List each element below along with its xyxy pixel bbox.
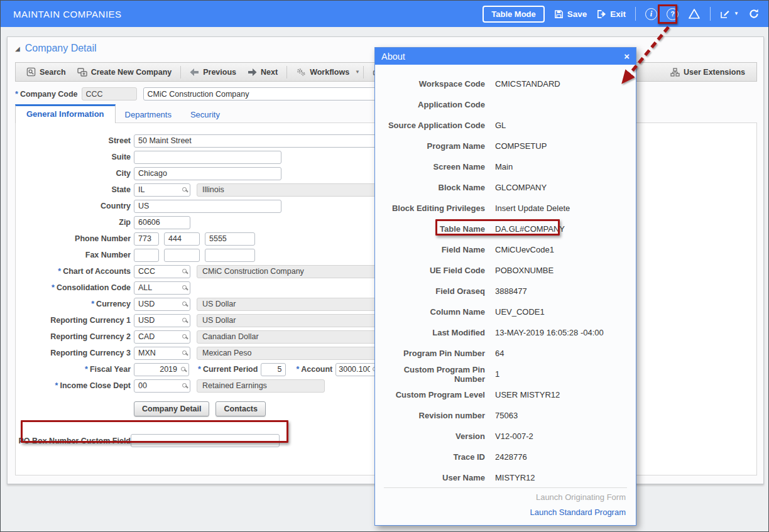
section-header: ◢ Company Detail: [15, 43, 97, 54]
user-extensions-button[interactable]: User Extensions: [665, 68, 751, 77]
about-row: Program Name COMPSETUP: [375, 136, 636, 156]
about-row: UE Field Code POBOXNUMBE: [375, 260, 636, 281]
save-icon: [554, 9, 564, 19]
chevron-down-icon: ▼: [734, 11, 739, 16]
section-title: Company Detail: [25, 43, 97, 54]
toolbar-separator: [180, 66, 181, 79]
edit-icon: [720, 9, 730, 19]
about-row: Table Name DA.GL#COMPANY: [375, 219, 636, 239]
about-info-icon[interactable]: i: [645, 8, 657, 20]
company-code-input[interactable]: [82, 87, 137, 100]
po-box-custom-field-input[interactable]: [131, 434, 280, 447]
current-period-input[interactable]: [261, 363, 286, 376]
about-row: Workspace Code CMICSTANDARD: [375, 73, 636, 94]
about-row: Program Pin Number 64: [375, 343, 636, 364]
exit-button[interactable]: Exit: [596, 9, 626, 19]
zip-input[interactable]: [134, 216, 190, 229]
header-divider: [710, 7, 711, 21]
rep1-lookup-icon[interactable]: [182, 318, 187, 322]
about-dialog-rows: Workspace Code CMICSTANDARD Application …: [375, 73, 636, 488]
table-mode-button[interactable]: Table Mode: [483, 6, 545, 23]
previous-button[interactable]: Previous: [184, 68, 242, 77]
refresh-icon[interactable]: [748, 8, 760, 19]
fax-area-input[interactable]: [134, 249, 159, 262]
dialog-divider: [384, 487, 627, 488]
about-row: User Name MISTYR12: [375, 467, 636, 488]
about-row: Custom Program Pin Number 1: [375, 364, 636, 384]
warning-icon[interactable]: [688, 8, 701, 19]
arrow-left-icon: [190, 68, 199, 76]
app-window: MAINTAIN COMPANIES Table Mode Save Exit …: [0, 0, 769, 532]
fax-line-input[interactable]: [205, 249, 255, 262]
about-row: Version V12-007-2: [375, 426, 636, 447]
search-button[interactable]: Search: [21, 67, 72, 77]
about-row: Screen Name Main: [375, 156, 636, 177]
toolbar-separator: [363, 66, 364, 79]
company-name-input[interactable]: [143, 87, 407, 100]
about-row: Application Code: [375, 94, 636, 115]
about-row: Revision number 75063: [375, 405, 636, 426]
tab-bar: General Information Departments Security: [15, 106, 229, 123]
about-dialog-title: About: [381, 52, 405, 62]
income-close-description: Retained Earnings: [197, 379, 325, 393]
about-dialog-footer: Launch Originating Form Launch Standard …: [530, 492, 626, 517]
about-row: Field Name CMiCUevCode1: [375, 239, 636, 260]
about-row: Field Oraseq 3888477: [375, 281, 636, 301]
new-record-icon: [77, 68, 87, 77]
fiscal-year-lookup-icon[interactable]: [181, 367, 185, 371]
launch-standard-program-link[interactable]: Launch Standard Program: [530, 508, 626, 517]
phone-area-input[interactable]: [134, 232, 159, 246]
workflows-dropdown-icon[interactable]: ▼: [355, 70, 360, 75]
exit-icon: [596, 9, 606, 19]
next-button[interactable]: Next: [242, 68, 283, 77]
country-input[interactable]: [134, 200, 281, 213]
tab-departments[interactable]: Departments: [116, 106, 181, 123]
about-row: Column Name UEV_CODE1: [375, 301, 636, 322]
about-dialog: About × Workspace Code CMICSTANDARD Appl…: [374, 47, 636, 526]
toolbar-separator: [286, 66, 287, 79]
company-code-row: *Company Code: [15, 87, 407, 100]
about-dialog-titlebar: About ×: [375, 48, 636, 65]
rep2-lookup-icon[interactable]: [182, 334, 187, 339]
collapse-icon[interactable]: ◢: [15, 45, 20, 52]
about-row: Custom Program Level USER MISTYR12: [375, 384, 636, 405]
about-row: Source Application Code GL: [375, 115, 636, 136]
create-new-company-button[interactable]: Create New Company: [72, 68, 178, 77]
company-detail-button[interactable]: Company Detail: [134, 401, 209, 416]
help-icon[interactable]: ?: [667, 8, 679, 20]
hierarchy-icon: [670, 68, 680, 77]
save-button[interactable]: Save: [554, 9, 587, 19]
close-icon[interactable]: ×: [624, 52, 630, 61]
workflows-button[interactable]: Workflows: [290, 67, 355, 77]
about-row: Block Editing Privileges Insert Update D…: [375, 198, 636, 219]
header-actions: Table Mode Save Exit i ?: [483, 6, 760, 23]
currency-lookup-icon[interactable]: [182, 301, 187, 306]
about-row: Trace ID 2428776: [375, 447, 636, 467]
header-divider: [635, 7, 636, 21]
fax-prefix-input[interactable]: [164, 249, 200, 262]
phone-prefix-input[interactable]: [164, 232, 200, 246]
rep3-lookup-icon[interactable]: [182, 350, 187, 355]
company-code-label: *Company Code: [15, 90, 78, 99]
contacts-button[interactable]: Contacts: [215, 401, 265, 416]
income-close-lookup-icon[interactable]: [182, 383, 187, 388]
city-input[interactable]: [134, 167, 281, 180]
edit-mode-button[interactable]: ▼: [720, 9, 739, 19]
arrow-right-icon: [248, 68, 257, 76]
search-icon: [26, 67, 36, 77]
app-header: MAINTAIN COMPANIES Table Mode Save Exit …: [1, 1, 768, 27]
launch-originating-form-link: Launch Originating Form: [536, 492, 626, 502]
phone-line-input[interactable]: [205, 232, 255, 246]
tab-general-information[interactable]: General Information: [15, 104, 116, 123]
page-title: MAINTAIN COMPANIES: [13, 9, 122, 19]
consolidation-lookup-icon[interactable]: [182, 285, 187, 290]
about-row: Block Name GLCOMPANY: [375, 177, 636, 198]
about-row: Last Modified 13-MAY-2019 16:05:28 -04:0…: [375, 322, 636, 343]
chart-lookup-icon[interactable]: [182, 269, 187, 273]
gears-icon: [296, 67, 306, 77]
suite-input[interactable]: [134, 151, 281, 164]
tab-security[interactable]: Security: [181, 106, 229, 123]
state-lookup-icon[interactable]: [182, 187, 187, 192]
